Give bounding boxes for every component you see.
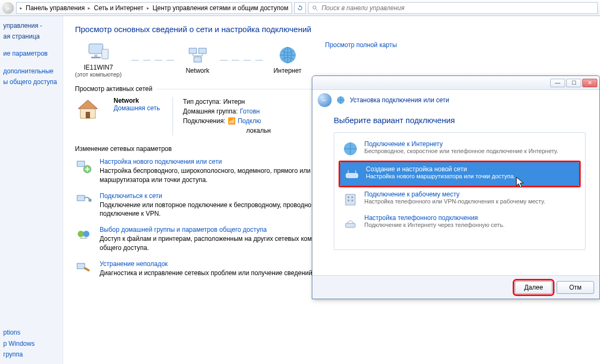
window-titlebar[interactable]: — ☐ ✕ [312, 76, 599, 90]
option-title: Подключение к Интернету [364, 140, 558, 148]
window-maximize-button[interactable]: ☐ [566, 79, 581, 87]
svg-rect-3 [94, 55, 98, 57]
prop-key: Тип доступа: [183, 97, 221, 107]
svg-rect-27 [351, 200, 353, 201]
connection-icon: 📶 [228, 116, 236, 126]
svg-rect-14 [77, 195, 85, 201]
svg-rect-6 [189, 48, 197, 54]
svg-rect-4 [91, 57, 101, 58]
prop-key: Домашняя группа: [183, 107, 237, 116]
wizard-heading: Выберите вариант подключения [334, 116, 586, 125]
option-title: Настройка телефонного подключения [364, 214, 505, 222]
globe-icon [342, 140, 359, 157]
building-icon [342, 191, 359, 208]
prop-val-link[interactable]: Подклю [238, 116, 261, 126]
sidebar-link-adapter-params[interactable]: ие параметров [3, 49, 59, 58]
network-name: Network [114, 97, 160, 104]
address-bar: ▶ ▸ Панель управления ▸ Сеть и Интернет … [0, 0, 600, 16]
svg-rect-22 [346, 173, 358, 178]
sidebar-link-sharing-extra[interactable]: ы общего доступа [3, 78, 59, 86]
chevron-right-icon: ▸ [20, 5, 22, 11]
sidebar-text: ая страница [3, 32, 59, 41]
router-icon [343, 165, 361, 183]
svg-rect-28 [346, 223, 355, 228]
wizard-option-internet[interactable]: Подключение к Интернету Беспроводное, ск… [339, 137, 581, 161]
option-desc: Беспроводное, скоростное или телефонное … [364, 148, 558, 154]
sidebar-link-homegroup[interactable]: группа [3, 350, 59, 359]
map-node-sublabel: (этот компьютер) [75, 71, 122, 78]
sidebar-text: управления - [3, 21, 59, 30]
option-desc: Настройка нового маршрутизатора или точк… [366, 173, 576, 179]
search-input[interactable] [321, 4, 594, 12]
map-node-label: Интернет [273, 67, 301, 74]
svg-rect-19 [84, 267, 90, 271]
homegroup-icon [75, 226, 92, 243]
chevron-right-icon: ▸ [147, 5, 149, 11]
svg-rect-12 [77, 161, 85, 166]
svg-point-17 [83, 231, 89, 237]
prop-key: Подключения: [183, 116, 225, 126]
computer-icon [86, 41, 111, 63]
sidebar-link-sharing-extra[interactable]: дополнительные [3, 67, 59, 75]
wizard-title: Установка подключения или сети [350, 96, 449, 104]
connection-wizard-window: — ☐ ✕ ← Установка подключения или сети В… [312, 75, 600, 299]
network-properties: Тип доступа: Интерн Домашняя группа: Гот… [172, 97, 271, 135]
sidebar-link-options[interactable]: ptions [3, 328, 59, 337]
map-node-pc: IE11WIN7 (этот компьютер) [75, 41, 122, 78]
connect-icon [75, 192, 92, 209]
breadcrumb[interactable]: ▸ Панель управления ▸ Сеть и Интернет ▸ … [16, 2, 292, 14]
refresh-button[interactable] [294, 2, 306, 14]
wizard-back-button[interactable]: ← [318, 93, 332, 107]
sidebar: управления - ая страница ие параметров д… [0, 16, 63, 364]
map-node-label: IE11WIN7 [75, 64, 122, 71]
network-icon [185, 44, 211, 66]
wizard-option-dialup[interactable]: Настройка телефонного подключения Подклю… [339, 211, 581, 234]
svg-rect-8 [194, 57, 201, 62]
svg-rect-11 [86, 112, 90, 118]
task-desc: Диагностика и исправление сетевых пробле… [100, 269, 330, 278]
full-map-link[interactable]: Просмотр полной карты [325, 41, 397, 49]
breadcrumb-item[interactable]: Центр управления сетями и общим доступом [153, 4, 289, 12]
svg-rect-24 [348, 196, 349, 198]
next-button[interactable]: Далее [515, 281, 552, 294]
wizard-option-workplace[interactable]: Подключение к рабочему месту Настройка т… [339, 187, 581, 211]
page-title: Просмотр основных сведений о сети и наст… [75, 25, 588, 34]
svg-point-0 [313, 6, 316, 9]
wizard-icon [75, 158, 92, 175]
map-node-network: Network [185, 44, 211, 74]
cancel-button[interactable]: Отм [557, 281, 594, 294]
prop-val-link[interactable]: Готовн [240, 107, 260, 116]
svg-rect-7 [199, 48, 206, 54]
breadcrumb-item[interactable]: Сеть и Интернет [94, 4, 143, 12]
prop-val: Интерн [223, 97, 245, 107]
svg-point-15 [88, 199, 92, 202]
troubleshoot-icon [75, 260, 92, 277]
window-minimize-button[interactable]: — [550, 79, 565, 87]
phone-icon [342, 214, 359, 231]
option-title: Создание и настройка новой сети [366, 165, 576, 173]
network-type-link[interactable]: Домашняя сеть [114, 104, 160, 112]
window-close-button[interactable]: ✕ [582, 79, 597, 87]
wizard-option-new-network[interactable]: Создание и настройка новой сети Настройк… [340, 162, 579, 186]
home-network-icon [75, 97, 101, 123]
option-title: Подключение к рабочему месту [364, 191, 545, 198]
wizard-footer: Далее Отм [312, 275, 599, 299]
svg-rect-2 [89, 44, 103, 54]
sidebar-link-windows[interactable]: p Windows [3, 339, 59, 348]
svg-line-1 [316, 9, 318, 10]
svg-rect-5 [102, 49, 108, 59]
network-map: IE11WIN7 (этот компьютер) — — — — Networ… [75, 41, 588, 78]
search-box[interactable] [308, 2, 598, 14]
nav-forward-button[interactable]: ▶ [2, 2, 14, 14]
task-title[interactable]: Устранение неполадок [100, 260, 330, 268]
svg-rect-26 [348, 200, 349, 201]
wizard-option-list: Подключение к Интернету Беспроводное, ск… [334, 132, 586, 250]
callout-highlight: Создание и настройка новой сети Настройк… [339, 161, 581, 187]
connection-line-icon: — — — — [131, 55, 175, 64]
svg-rect-18 [77, 263, 85, 269]
breadcrumb-item[interactable]: Панель управления [26, 4, 85, 12]
svg-rect-25 [351, 196, 353, 198]
connection-line-icon: — — — — [220, 55, 264, 64]
prop-val: локальн [246, 126, 271, 135]
option-desc: Подключение к Интернету через телефонную… [364, 222, 505, 228]
